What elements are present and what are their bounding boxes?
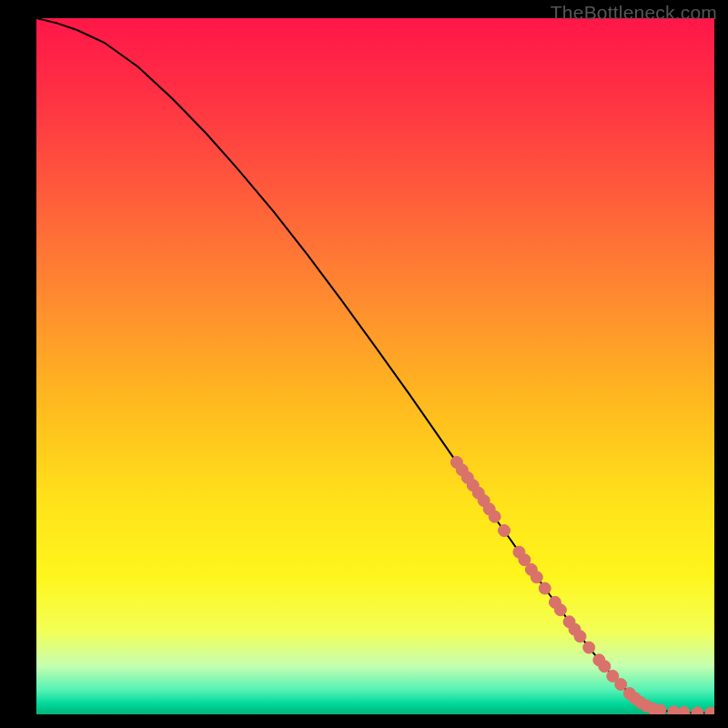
data-marker bbox=[531, 571, 542, 583]
data-marker bbox=[692, 707, 703, 714]
data-marker bbox=[554, 604, 566, 616]
chart-frame bbox=[36, 18, 714, 714]
data-marker bbox=[499, 525, 511, 537]
data-marker bbox=[574, 631, 586, 642]
watermark-text: TheBottleneck.com bbox=[551, 2, 717, 24]
data-marker bbox=[583, 642, 595, 653]
data-marker bbox=[654, 704, 666, 714]
data-marker bbox=[615, 679, 627, 691]
chart-svg bbox=[36, 18, 714, 714]
gradient-background bbox=[36, 18, 714, 714]
data-marker bbox=[599, 661, 611, 672]
data-marker bbox=[539, 582, 551, 594]
data-marker bbox=[489, 511, 500, 522]
data-marker bbox=[678, 706, 690, 714]
plot-area bbox=[36, 18, 714, 714]
